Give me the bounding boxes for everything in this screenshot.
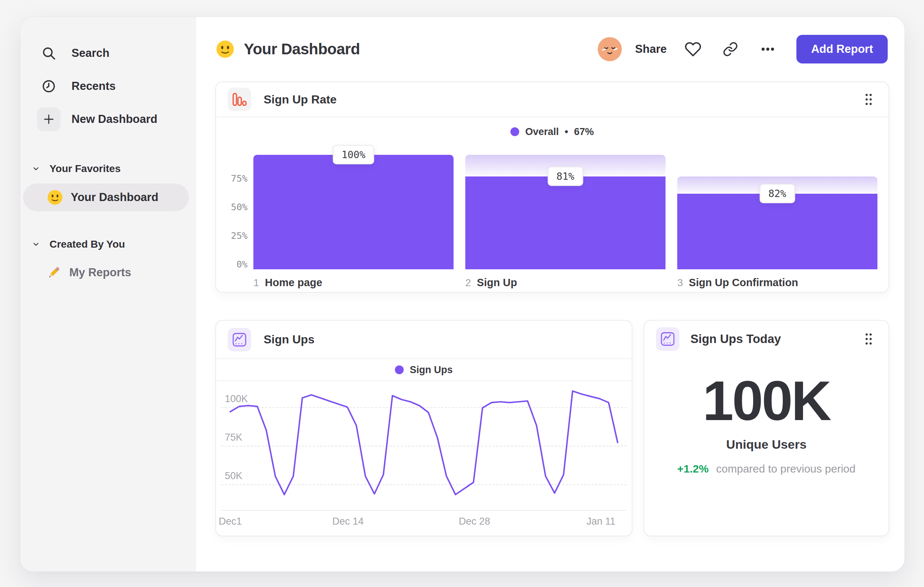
x-axis-tick: Dec 28 — [459, 516, 490, 527]
dashboard-header: Your Dashboard Share — [215, 35, 888, 64]
sidebar: Search Recents New Dashboard — [20, 17, 196, 572]
app-window: Search Recents New Dashboard — [20, 17, 904, 572]
funnel-y-axis: 75% 50% 25% 0% — [227, 155, 248, 269]
share-button[interactable]: Share — [635, 43, 667, 56]
clock-icon — [37, 74, 61, 98]
line-series — [230, 391, 618, 494]
line-legend: Sign Ups — [216, 359, 632, 381]
legend-separator: • — [565, 126, 568, 137]
pencil-emoji-icon — [46, 265, 62, 281]
legend-label: Overall — [525, 126, 559, 137]
sidebar-item-label: Recents — [71, 79, 116, 93]
funnel-chart: 75% 50% 25% 0% 100% 1 Home pa — [227, 155, 878, 289]
favorite-heart-button[interactable] — [683, 39, 703, 60]
line-chart-icon — [656, 327, 680, 351]
sign-up-rate-card: Sign Up Rate Overall • 67% 75% — [215, 81, 889, 293]
sidebar-item-your-dashboard[interactable]: Your Dashboard — [23, 184, 189, 211]
kpi-delta-value: +1.2% — [677, 463, 709, 475]
chevron-down-icon — [32, 240, 40, 248]
drag-handle-icon[interactable] — [861, 91, 877, 107]
drag-handle-icon[interactable] — [861, 331, 877, 347]
line-series-svg — [221, 384, 627, 510]
kpi-value: 100K — [644, 373, 888, 428]
plus-icon — [37, 107, 61, 131]
card-header: Sign Ups Today — [644, 321, 888, 357]
sidebar-item-search[interactable]: Search — [20, 37, 196, 70]
sign-ups-today-card: Sign Ups Today 100K Unique Users +1.2% c… — [644, 320, 889, 536]
y-axis-tick: 0% — [226, 259, 248, 270]
step-number: 3 — [677, 277, 683, 289]
section-label: Your Favorites — [50, 163, 120, 175]
page-title: Your Dashboard — [244, 40, 360, 58]
legend-dot — [395, 365, 404, 374]
step-label: Sign Up — [477, 277, 517, 289]
conversion-value-chip: 81% — [548, 167, 583, 186]
y-axis-tick: 75% — [226, 173, 248, 184]
sidebar-item-label: Search — [71, 46, 109, 60]
dashboard-smiley-emoji-icon — [215, 39, 235, 59]
card-title: Sign Up Rate — [264, 93, 337, 106]
funnel-bar-fill — [465, 177, 665, 269]
y-axis-tick: 50% — [226, 202, 248, 212]
x-axis-tick: Dec 14 — [332, 516, 364, 527]
card-title: Sign Ups — [264, 333, 315, 346]
section-label: Created By You — [50, 238, 125, 250]
funnel-bar-fill — [253, 155, 454, 269]
sign-ups-card: Sign Ups Sign Ups 100K 75K 50K Dec1 Dec … — [215, 320, 632, 536]
x-axis-tick: Jan 11 — [586, 516, 615, 527]
add-report-button[interactable]: Add Report — [796, 35, 888, 63]
funnel-bar-home-page[interactable]: 100% 1 Home page — [253, 155, 454, 289]
card-title: Sign Ups Today — [690, 332, 781, 346]
created-by-you-section: Created By You My Reports — [20, 234, 196, 287]
card-header: Sign Ups — [216, 321, 632, 359]
funnel-bar-sign-up-confirmation[interactable]: 82% 3 Sign Up Confirmation — [677, 155, 878, 289]
card-header: Sign Up Rate — [216, 82, 888, 117]
legend-value: 67% — [574, 126, 594, 137]
funnel-bar-fill — [677, 194, 878, 269]
conversion-value-chip: 82% — [760, 184, 795, 203]
main-content: Your Dashboard Share — [196, 17, 904, 572]
link-icon — [723, 41, 738, 57]
sidebar-item-recents[interactable]: Recents — [20, 70, 196, 103]
sidebar-item-label: New Dashboard — [71, 112, 157, 126]
funnel-bar-sign-up[interactable]: 81% 2 Sign Up — [465, 155, 665, 289]
legend-label: Sign Ups — [409, 364, 452, 376]
step-label: Home page — [265, 277, 322, 289]
step-number: 1 — [253, 277, 259, 289]
step-label: Sign Up Confirmation — [689, 277, 798, 289]
sidebar-item-label: Your Dashboard — [71, 191, 158, 204]
funnel-bars: 100% 1 Home page 81% — [253, 155, 878, 289]
y-axis-tick: 25% — [226, 230, 248, 241]
step-number: 2 — [465, 277, 471, 289]
conversion-value-chip: 100% — [333, 145, 374, 164]
x-axis-tick: Dec1 — [219, 516, 242, 527]
sidebar-item-my-reports[interactable]: My Reports — [20, 258, 196, 287]
kpi-delta-row: +1.2% compared to previous period — [644, 463, 888, 475]
section-header-created-by-you[interactable]: Created By You — [20, 234, 196, 255]
favorites-section: Your Favorites Your Dashboard — [20, 159, 196, 211]
sidebar-item-new-dashboard[interactable]: New Dashboard — [20, 103, 196, 136]
ellipsis-icon — [760, 41, 776, 57]
funnel-legend: Overall • 67% — [216, 117, 888, 146]
kpi-delta-note: compared to previous period — [716, 463, 855, 475]
x-axis: Dec1 Dec 14 Dec 28 Jan 11 — [221, 516, 627, 531]
kpi-unit-label: Unique Users — [644, 437, 888, 451]
line-chart: 100K 75K 50K — [221, 384, 627, 511]
copy-link-button[interactable] — [720, 39, 741, 60]
legend-dot — [510, 127, 519, 136]
section-header-your-favorites[interactable]: Your Favorites — [20, 159, 196, 179]
chevron-down-icon — [32, 165, 40, 173]
funnel-chart-icon — [228, 88, 251, 111]
search-icon — [37, 41, 61, 65]
more-options-button[interactable] — [757, 39, 778, 60]
heart-icon — [685, 41, 701, 58]
avatar[interactable] — [598, 37, 622, 61]
sidebar-item-label: My Reports — [69, 266, 131, 279]
line-chart-icon — [228, 328, 251, 351]
smiley-emoji-icon — [46, 189, 63, 206]
